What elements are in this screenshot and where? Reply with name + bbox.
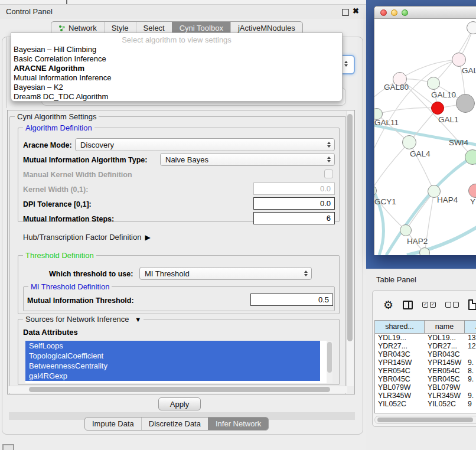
which-threshold-combo[interactable]: MI Threshold — [139, 267, 312, 280]
unchecked-box-icon — [445, 302, 451, 308]
cyni-settings-scrollpane: Cyni Algorithm Settings Algorithm Defini… — [7, 110, 355, 394]
mi-threshold-group: MI Threshold Definition Mutual Informati… — [23, 286, 335, 311]
attribute-item-gal4rgexp[interactable]: gal4RGexp — [25, 371, 320, 381]
chevron-up-down-icon — [344, 61, 348, 67]
close-icon[interactable]: ✖ — [353, 6, 359, 15]
mi-type-combo[interactable]: Naive Bayes — [160, 153, 335, 166]
node-gal4[interactable] — [402, 135, 416, 149]
kernel-width-input[interactable]: 0.0 — [253, 182, 335, 195]
settings-hscrollbar[interactable] — [8, 386, 347, 393]
network-canvas[interactable]: GALGAL80GAL10GAL1GAL11SWI4GAL4GCY1HAP4YH… — [374, 19, 476, 255]
table-row[interactable]: YIL052CYIL052C9 — [375, 400, 476, 408]
tab-label: Style — [112, 24, 129, 32]
node-gray[interactable] — [456, 94, 475, 113]
cyni-bottom-tabs: Impute DataDiscretize DataInfer Network — [84, 417, 269, 431]
node-swi4[interactable] — [465, 149, 476, 165]
table-cell: YDR27... — [425, 342, 465, 350]
algorithm-dropdown-prompt: Select algorithm to view settings — [11, 35, 342, 45]
node-bottom-partial[interactable] — [419, 247, 430, 255]
apply-button[interactable]: Apply — [158, 397, 201, 410]
mi-threshold-input[interactable]: 0.5 — [250, 294, 333, 306]
table-cell: YBL079W — [425, 383, 465, 392]
mi-threshold-label: Mutual Information Threshold: — [27, 296, 134, 305]
top-strip — [0, 0, 366, 5]
chevron-up-down-icon — [327, 142, 331, 148]
control-panel-titlebar: Control Panel ✖ — [0, 5, 366, 19]
aracne-mode-value: Discovery — [80, 141, 114, 149]
close-traffic-light-icon[interactable] — [380, 9, 387, 16]
tab-label: Cyni Toolbox — [180, 24, 223, 32]
list-scrollbar[interactable] — [327, 341, 332, 383]
hub-definition-expander[interactable]: Hub/Transcription Factor Definition▶ — [23, 233, 151, 242]
algorithm-dropdown-items: Bayesian – Hill ClimbingBasic Correlatio… — [11, 45, 342, 102]
attribute-item-selfloops[interactable]: SelfLoops — [25, 341, 320, 351]
table-cell: 9. — [465, 375, 476, 383]
tab-discretize-data[interactable]: Discretize Data — [141, 418, 208, 430]
column-header-a[interactable]: A — [465, 321, 476, 333]
table-row[interactable]: YDL19...YDL19...13 — [375, 334, 476, 342]
table-cell: YIL052C — [425, 400, 465, 408]
table-cell: YBL079W — [375, 383, 425, 392]
settings-vscrollbar[interactable] — [346, 111, 354, 386]
dropdown-item-bayesian-hill-climbing[interactable]: Bayesian – Hill Climbing — [11, 45, 342, 54]
dpi-tolerance-input[interactable]: 0.0 — [253, 197, 335, 210]
settings-vscrollbar-thumb[interactable] — [347, 114, 353, 341]
dropdown-item-aracne-algorithm[interactable]: ARACNE Algorithm — [11, 64, 342, 73]
settings-hscrollbar-thumb[interactable] — [29, 387, 330, 392]
column-header-shared-[interactable]: shared... — [375, 321, 425, 333]
gear-icon[interactable]: ⚙ — [383, 299, 393, 311]
node-top-partial[interactable] — [467, 21, 476, 34]
tab-label: Infer Network — [216, 419, 261, 428]
table-cell — [465, 350, 476, 358]
table-row[interactable]: YBR043CYBR043C — [375, 350, 476, 358]
table-hscrollbar-thumb[interactable] — [377, 418, 473, 422]
new-table-file-icon[interactable] — [468, 299, 476, 310]
data-attributes-list[interactable]: SelfLoopsTopologicalCoefficientBetweenne… — [25, 341, 332, 383]
node-gal1[interactable] — [431, 102, 444, 115]
dropdown-item-dream8-dc-tdc-algorithm[interactable]: Dream8 DC_TDC Algorithm — [11, 92, 342, 102]
checked-columns-icon[interactable]: ✓✓ — [422, 302, 436, 308]
node-hap2[interactable] — [400, 224, 412, 236]
column-header-name[interactable]: name — [425, 321, 465, 333]
minimize-traffic-light-icon[interactable] — [391, 9, 397, 16]
table-row[interactable]: YBL079WYBL079W — [375, 383, 476, 392]
float-window-icon[interactable] — [342, 9, 349, 16]
columns-icon[interactable] — [403, 301, 413, 309]
table-row[interactable]: YER054CYER054C8. — [375, 367, 476, 375]
table-row[interactable]: YLR345WYLR345W9. — [375, 392, 476, 400]
attribute-item-betweennesscentrality[interactable]: BetweennessCentrality — [25, 361, 320, 371]
table-cell: 13 — [465, 334, 476, 342]
tab-label: Network — [69, 24, 97, 32]
manual-kernel-checkbox[interactable] — [324, 169, 333, 178]
list-scrollbar-thumb[interactable] — [327, 342, 332, 373]
triangle-down-icon: ▼ — [135, 316, 141, 323]
attribute-item-topologicalcoefficient[interactable]: TopologicalCoefficient — [25, 351, 320, 361]
triangle-right-icon: ▶ — [145, 233, 150, 242]
node-gal10[interactable] — [427, 77, 440, 90]
dropdown-item-basic-correlation-inference[interactable]: Basic Correlation Inference — [11, 54, 342, 64]
node-table[interactable]: shared...nameA YDL19...YDL19...13YDR27..… — [374, 320, 476, 413]
collapsed-panel-icon[interactable] — [2, 444, 14, 450]
mi-steps-input[interactable]: 6 — [253, 212, 335, 224]
node-gal-partial[interactable] — [452, 53, 466, 67]
aracne-mode-combo[interactable]: Discovery — [75, 138, 335, 151]
sources-title[interactable]: Sources for Network Inference ▼ — [23, 315, 144, 324]
dropdown-item-mutual-information-inference[interactable]: Mutual Information Inference — [11, 73, 342, 83]
network-window-titlebar[interactable] — [374, 6, 476, 19]
dropdown-item-bayesian-k2[interactable]: Bayesian – K2 — [11, 83, 342, 92]
chevron-up-down-icon — [304, 270, 308, 276]
network-window[interactable]: GALGAL80GAL10GAL1GAL11SWI4GAL4GCY1HAP4YH… — [374, 6, 476, 255]
table-row[interactable]: YDR27...YDR27...12 — [375, 342, 476, 350]
table-cell: YPR145W — [425, 358, 465, 367]
table-cell: YBR045C — [425, 375, 465, 383]
tab-impute-data[interactable]: Impute Data — [85, 418, 141, 430]
table-row[interactable]: YBR045CYBR045C9. — [375, 375, 476, 383]
node-swi4-label: SWI4 — [449, 138, 468, 147]
unchecked-box-icon-2 — [453, 302, 459, 308]
table-hscrollbar[interactable] — [374, 416, 476, 424]
tab-infer-network[interactable]: Infer Network — [208, 418, 268, 430]
zoom-traffic-light-icon[interactable] — [402, 9, 408, 16]
table-row[interactable]: YPR145WYPR145W9. — [375, 358, 476, 367]
kernel-width-label: Kernel Width (0,1): — [23, 185, 88, 194]
unchecked-columns-icon[interactable] — [445, 302, 459, 308]
